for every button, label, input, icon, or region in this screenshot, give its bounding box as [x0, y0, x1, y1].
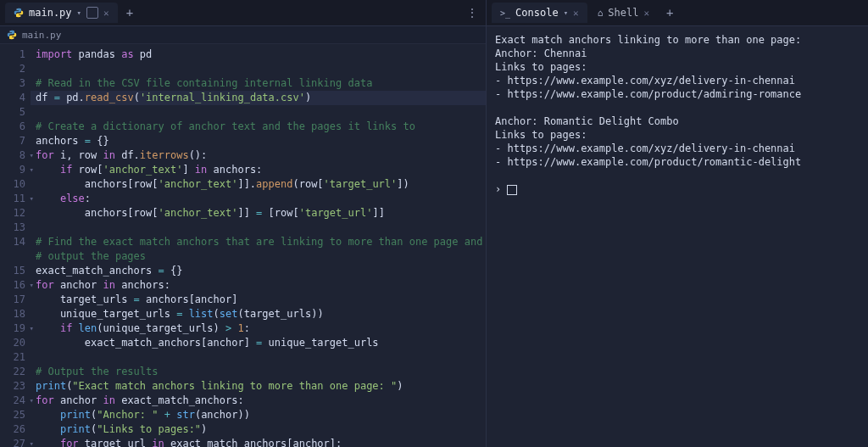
- code-line[interactable]: exact_match_anchors = {}: [36, 264, 486, 278]
- code-line[interactable]: anchors = {}: [36, 134, 486, 148]
- code-line[interactable]: if len(unique_target_urls) > 1:: [36, 321, 486, 336]
- code-line[interactable]: else:: [36, 192, 486, 206]
- breadcrumb: main.py: [0, 26, 486, 44]
- code-line[interactable]: # Create a dictionary of anchor text and…: [36, 120, 486, 134]
- code-line[interactable]: print("Exact match anchors linking to mo…: [36, 379, 486, 394]
- close-tab-icon[interactable]: ✕: [573, 8, 579, 19]
- code-line[interactable]: df = pd.read_csv('internal_linking_data.…: [31, 91, 486, 105]
- python-file-icon: [14, 8, 24, 18]
- editor-pane: main.py ▾ ✕ + ⋮ main.py 12345678▾9▾1011▾…: [0, 0, 487, 447]
- code-area[interactable]: import pandas as pd# Read in the CSV fil…: [31, 44, 486, 447]
- code-line[interactable]: # output the pages: [36, 249, 486, 264]
- code-editor[interactable]: 12345678▾9▾1011▾1213141516▾171819▾202122…: [0, 44, 486, 447]
- code-line[interactable]: for anchor in exact_match_anchors:: [36, 394, 486, 408]
- python-file-icon: [7, 30, 17, 40]
- console-tabbar: Console ▾ ✕ Shell ✕ +: [487, 0, 868, 26]
- cursor-icon: [507, 185, 517, 195]
- code-line[interactable]: for target_url in exact_match_anchors[an…: [36, 437, 486, 447]
- close-tab-icon[interactable]: ✕: [643, 8, 649, 19]
- tab-main-py-label: main.py: [29, 7, 72, 19]
- code-line[interactable]: anchors[row['anchor_text']] = [row['targ…: [36, 206, 486, 221]
- editor-tabbar: main.py ▾ ✕ + ⋮: [0, 0, 486, 26]
- new-tab-button[interactable]: +: [120, 6, 140, 20]
- code-line[interactable]: [36, 105, 486, 120]
- svg-point-2: [9, 31, 10, 32]
- code-line[interactable]: for anchor in anchors:: [36, 278, 486, 293]
- code-line[interactable]: unique_target_urls = list(set(target_url…: [36, 307, 486, 321]
- code-line[interactable]: anchors[row['anchor_text']].append(row['…: [36, 177, 486, 192]
- code-line[interactable]: exact_match_anchors[anchor] = unique_tar…: [36, 336, 486, 350]
- code-line[interactable]: target_urls = anchors[anchor]: [36, 293, 486, 307]
- new-tab-button[interactable]: +: [659, 6, 680, 20]
- code-line[interactable]: [36, 350, 486, 365]
- tab-console-label: Console: [515, 7, 559, 19]
- code-line[interactable]: [36, 221, 486, 235]
- code-line[interactable]: for i, row in df.iterrows():: [36, 148, 486, 163]
- console-pane: Console ▾ ✕ Shell ✕ + Exact match anchor…: [487, 0, 868, 447]
- more-options-icon[interactable]: ⋮: [459, 6, 486, 20]
- chevron-down-icon[interactable]: ▾: [564, 8, 568, 17]
- shell-icon: [598, 7, 604, 19]
- code-line[interactable]: # Output the results: [36, 365, 486, 379]
- tab-shell-label: Shell: [608, 7, 638, 19]
- console-output[interactable]: Exact match anchors linking to more than…: [487, 26, 868, 447]
- svg-point-1: [20, 16, 21, 17]
- svg-point-3: [14, 38, 14, 39]
- split-view-icon[interactable]: [86, 7, 98, 19]
- svg-point-0: [16, 9, 17, 10]
- tab-main-py[interactable]: main.py ▾ ✕: [5, 3, 118, 23]
- console-icon: [500, 7, 510, 19]
- code-line[interactable]: # Find the exact match anchors that are …: [36, 235, 486, 249]
- root: main.py ▾ ✕ + ⋮ main.py 12345678▾9▾1011▾…: [0, 0, 868, 447]
- breadcrumb-label: main.py: [22, 30, 61, 41]
- code-line[interactable]: if row['anchor_text'] in anchors:: [36, 163, 486, 177]
- code-line[interactable]: # Read in the CSV file containing intern…: [36, 76, 486, 91]
- code-line[interactable]: print("Anchor: " + str(anchor)): [36, 408, 486, 422]
- line-gutter: 12345678▾9▾1011▾1213141516▾171819▾202122…: [0, 44, 31, 447]
- tab-shell[interactable]: Shell ✕: [589, 3, 658, 23]
- code-line[interactable]: [36, 62, 486, 76]
- code-line[interactable]: import pandas as pd: [36, 47, 486, 62]
- code-line[interactable]: print("Links to pages:"): [36, 422, 486, 437]
- chevron-down-icon[interactable]: ▾: [77, 8, 81, 17]
- tab-console[interactable]: Console ▾ ✕: [492, 3, 587, 23]
- close-tab-icon[interactable]: ✕: [103, 8, 109, 19]
